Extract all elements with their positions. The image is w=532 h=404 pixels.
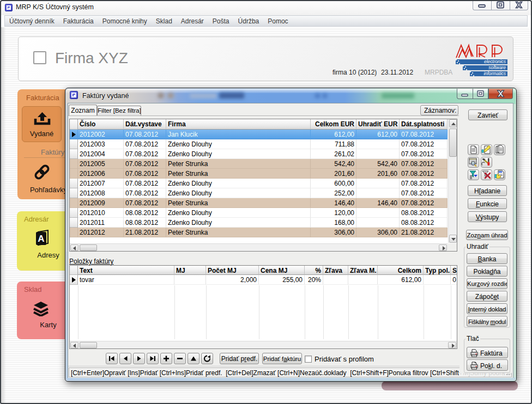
svg-text:A: A <box>38 234 44 244</box>
svg-text:electronics: electronics <box>484 59 506 64</box>
svg-text:software: software <box>488 65 506 70</box>
svg-text:informatics: informatics <box>484 71 506 76</box>
